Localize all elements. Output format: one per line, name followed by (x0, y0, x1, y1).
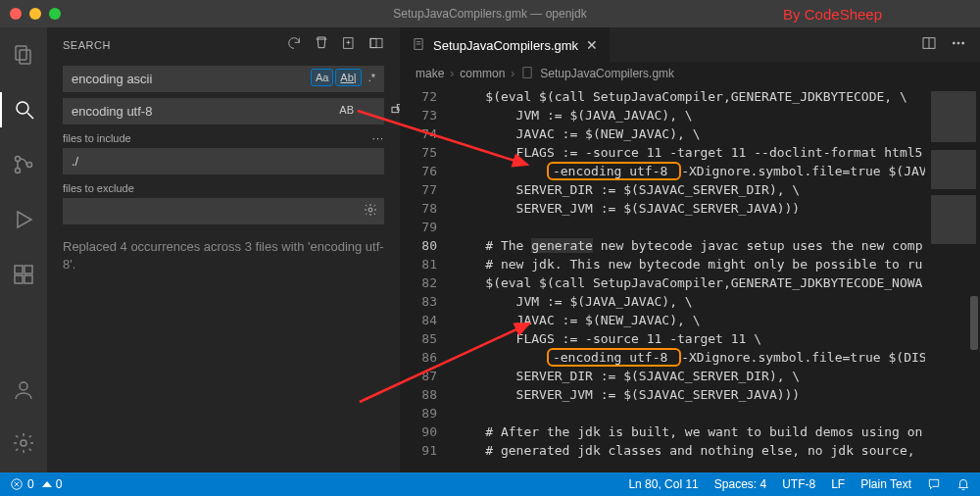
files-exclude-input[interactable] (63, 198, 384, 224)
file-icon (412, 37, 425, 54)
editor-area: SetupJavaCompilers.gmk ✕ make› common› S… (400, 27, 980, 472)
svg-point-5 (16, 169, 21, 174)
breadcrumb-seg[interactable]: common (460, 67, 505, 80)
watermark-text: By CodeSheep (783, 6, 882, 23)
breadcrumb[interactable]: make› common› SetupJavaCompilers.gmk (400, 62, 980, 85)
code-line[interactable]: 89 (400, 404, 980, 422)
code-line[interactable]: 79 (400, 218, 980, 236)
minimize-window[interactable] (29, 8, 41, 20)
status-bell-icon[interactable] (956, 477, 970, 491)
svg-rect-8 (15, 266, 23, 273)
split-editor-icon[interactable] (921, 35, 937, 55)
svg-point-2 (17, 102, 28, 114)
window-controls (10, 8, 61, 20)
svg-marker-7 (18, 212, 31, 227)
run-debug-tab[interactable] (0, 202, 47, 237)
close-window[interactable] (10, 8, 22, 20)
statusbar: 0 0 Ln 80, Col 11 Spaces: 4 UTF-8 LF Pla… (0, 472, 980, 496)
source-control-tab[interactable] (0, 147, 47, 182)
editor-tabs: SetupJavaCompilers.gmk ✕ (400, 27, 980, 62)
match-case-toggle[interactable]: Aa (311, 69, 333, 86)
code-line[interactable]: 76 -encoding utf-8 -XDignore.symbol.file… (400, 162, 980, 180)
tab-active[interactable]: SetupJavaCompilers.gmk ✕ (400, 27, 610, 62)
code-line[interactable]: 83 JVM := $(JAVA_JAVAC), \ (400, 292, 980, 311)
code-line[interactable]: 88 SERVER_JVM := $(SJAVAC_SERVER_JAVA))) (400, 385, 980, 404)
code-line[interactable]: 75 FLAGS := -source 11 -target 11 --docl… (400, 143, 980, 162)
svg-point-28 (953, 42, 955, 44)
code-line[interactable]: 77 SERVER_DIR := $(SJAVAC_SERVER_DIR), \ (400, 180, 980, 199)
match-word-toggle[interactable]: Ab| (335, 69, 361, 86)
more-actions-icon[interactable] (951, 35, 966, 55)
files-include-label: files to include (63, 132, 131, 144)
code-line[interactable]: 84 JAVAC := $(NEW_JAVAC), \ (400, 311, 980, 329)
settings-gear-icon[interactable] (0, 425, 47, 461)
window-title: SetupJavaCompilers.gmk — openjdk (393, 7, 586, 21)
status-eol[interactable]: LF (831, 477, 845, 491)
status-indent[interactable]: Spaces: 4 (714, 477, 766, 491)
breadcrumb-seg[interactable]: SetupJavaCompilers.gmk (540, 67, 674, 80)
status-errors[interactable]: 0 (10, 477, 34, 491)
status-warnings[interactable]: 0 (42, 477, 63, 491)
code-line[interactable]: 86 -encoding utf-8 -XDignore.symbol.file… (400, 348, 980, 367)
accounts-icon[interactable] (0, 372, 47, 408)
explorer-tab[interactable] (0, 37, 47, 73)
new-editor-icon[interactable] (341, 35, 357, 55)
use-exclude-settings-icon[interactable] (363, 202, 378, 222)
status-lang[interactable]: Plain Text (860, 477, 911, 491)
code-line[interactable]: 85 FLAGS := -source 11 -target 11 \ (400, 329, 980, 348)
panel-title: SEARCH (63, 39, 111, 51)
code-line[interactable]: 80 # The generate new bytecode javac set… (400, 236, 980, 255)
activity-bar (0, 27, 47, 472)
code-line[interactable]: 91 # generated jdk classes and nothing e… (400, 441, 980, 460)
code-line[interactable]: 81 # new jdk. This new bytecode might on… (400, 255, 980, 273)
code-line[interactable]: 72 $(eval $(call SetupJavaCompiler,GENER… (400, 87, 980, 106)
svg-point-22 (368, 208, 372, 212)
collapse-icon[interactable] (368, 35, 384, 55)
code-editor[interactable]: 72 $(eval $(call SetupJavaCompiler,GENER… (400, 85, 980, 472)
scrollbar[interactable] (968, 85, 980, 472)
file-icon (520, 66, 534, 82)
files-exclude-label: files to exclude (63, 182, 134, 194)
svg-point-12 (20, 382, 27, 390)
code-line[interactable]: 82 $(eval $(call SetupJavaCompiler,GENER… (400, 273, 980, 292)
search-panel: SEARCH Aa Ab| .* AB (47, 27, 400, 472)
svg-rect-1 (20, 50, 30, 64)
svg-point-4 (16, 157, 21, 162)
svg-rect-31 (523, 67, 531, 77)
code-line[interactable]: 78 SERVER_JVM := $(SJAVAC_SERVER_JAVA))) (400, 199, 980, 218)
code-line[interactable]: 90 # After the jdk is built, we want to … (400, 422, 980, 441)
toggle-details-icon[interactable]: ··· (372, 132, 384, 144)
status-cursor[interactable]: Ln 80, Col 11 (628, 477, 698, 491)
svg-point-6 (27, 163, 32, 168)
svg-line-3 (27, 113, 33, 119)
code-line[interactable]: 73 JVM := $(JAVA_JAVAC), \ (400, 106, 980, 124)
maximize-window[interactable] (49, 8, 61, 20)
tab-label: SetupJavaCompilers.gmk (433, 38, 578, 53)
breadcrumb-seg[interactable]: make (416, 67, 444, 80)
svg-rect-9 (24, 266, 32, 273)
clear-search-icon[interactable] (314, 35, 329, 55)
refresh-icon[interactable] (286, 35, 302, 55)
status-feedback-icon[interactable] (927, 477, 941, 491)
preserve-case-toggle[interactable]: AB (334, 101, 359, 119)
svg-rect-0 (16, 46, 26, 60)
code-line[interactable]: 87 SERVER_DIR := $(SJAVAC_SERVER_DIR), \ (400, 367, 980, 385)
svg-rect-11 (24, 275, 32, 283)
search-result-message: Replaced 4 occurrences across 3 files wi… (63, 238, 384, 273)
svg-rect-19 (370, 38, 376, 47)
regex-toggle[interactable]: .* (364, 69, 380, 86)
status-encoding[interactable]: UTF-8 (782, 477, 815, 491)
files-include-input[interactable] (63, 148, 384, 174)
extensions-tab[interactable] (0, 257, 47, 292)
svg-rect-10 (15, 275, 23, 283)
search-tab[interactable] (0, 92, 47, 127)
svg-point-30 (962, 42, 964, 44)
svg-point-13 (21, 440, 26, 446)
close-icon[interactable]: ✕ (586, 37, 598, 53)
code-line[interactable]: 74 JAVAC := $(NEW_JAVAC), \ (400, 124, 980, 143)
svg-point-29 (957, 42, 959, 44)
